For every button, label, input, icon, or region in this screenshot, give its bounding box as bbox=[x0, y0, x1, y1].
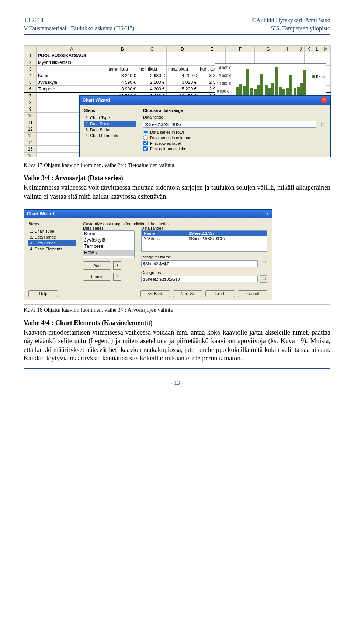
radio-label: Data series in columns bbox=[150, 136, 191, 140]
row-7[interactable]: 7 bbox=[24, 92, 37, 99]
row-1[interactable]: 1 bbox=[24, 52, 37, 59]
col-D[interactable]: D bbox=[166, 46, 198, 52]
col-E[interactable]: E bbox=[198, 46, 226, 52]
remove-button[interactable]: Remove bbox=[83, 273, 111, 281]
range-picker-icon[interactable]: ⬚ bbox=[319, 121, 326, 128]
cell[interactable]: 3 900 € bbox=[107, 86, 138, 93]
cell[interactable]: Tampere bbox=[37, 86, 107, 93]
cell[interactable]: 4 300 € bbox=[138, 86, 166, 93]
categories-label: Categories bbox=[141, 270, 178, 275]
data-range-input[interactable] bbox=[143, 121, 316, 128]
row-3[interactable]: 3 bbox=[24, 66, 37, 72]
cell[interactable]: 4 200 € bbox=[166, 72, 198, 79]
back-button[interactable]: << Back bbox=[140, 290, 170, 297]
range-key: Y-Values bbox=[142, 236, 187, 241]
step-data-series[interactable]: 3. Data Series bbox=[84, 127, 136, 133]
row-6[interactable]: 6 bbox=[24, 86, 37, 93]
cell[interactable]: tammikuu bbox=[107, 66, 138, 72]
next-button[interactable]: Next >> bbox=[173, 290, 202, 297]
col-K[interactable]: K bbox=[305, 46, 313, 52]
cell-title[interactable]: PUOLIVUOSIKATSAUS bbox=[37, 52, 107, 59]
row-8[interactable]: 8 bbox=[24, 99, 37, 106]
data-series-list[interactable]: Kemi Jyväskylä Tampere Row 7 bbox=[83, 230, 135, 258]
hdr-left-1: T3 2014 bbox=[24, 16, 134, 24]
step-data-range[interactable]: 2. Data Range bbox=[28, 234, 76, 240]
categories-input[interactable] bbox=[141, 276, 258, 282]
step-data-series[interactable]: 3. Data Series bbox=[28, 240, 76, 246]
help-button[interactable]: Help bbox=[28, 290, 58, 297]
move-down-icon[interactable]: ▼ bbox=[113, 273, 121, 281]
close-icon[interactable]: × bbox=[321, 97, 327, 103]
step-data-range[interactable]: 2. Data Range bbox=[84, 121, 136, 127]
col-A[interactable]: A bbox=[37, 46, 107, 52]
step-chart-elements[interactable]: 4. Chart Elements bbox=[84, 133, 136, 138]
col-J[interactable]: J bbox=[297, 46, 305, 52]
range-picker-icon[interactable]: ⬚ bbox=[260, 260, 267, 267]
finish-button[interactable]: Finish bbox=[205, 290, 235, 297]
row-16[interactable]: 16 bbox=[24, 153, 37, 158]
form-heading: Choose a data range bbox=[143, 108, 326, 113]
col-I[interactable]: I bbox=[291, 46, 297, 52]
row-5[interactable]: 5 bbox=[24, 79, 37, 86]
col-L[interactable]: L bbox=[313, 46, 321, 52]
legend-swatch-icon bbox=[312, 75, 315, 78]
check-first-row-label[interactable] bbox=[143, 141, 148, 145]
row-9[interactable]: 9 bbox=[24, 106, 37, 113]
cell-subtitle[interactable]: Myynti liikkeittäin bbox=[37, 59, 107, 66]
col-C[interactable]: C bbox=[138, 46, 166, 52]
cell[interactable]: Jyväskylä bbox=[37, 79, 107, 86]
paragraph-step4: Kaavion muodostamisen viimeisessä vaihee… bbox=[24, 328, 330, 363]
radio-series-cols[interactable] bbox=[143, 135, 148, 140]
step-chart-type[interactable]: 1. Chart Type bbox=[84, 115, 136, 121]
row-12[interactable]: 12 bbox=[24, 126, 37, 133]
move-up-icon[interactable]: ▲ bbox=[113, 261, 121, 270]
cell[interactable]: 3 240 € bbox=[107, 72, 138, 79]
data-ranges-list[interactable]: Name$Sheet2.$A$7 Y-Values$Sheet2.$B$7:$G… bbox=[141, 230, 267, 252]
dialog-titlebar[interactable]: Chart Wizard × bbox=[24, 210, 272, 218]
dialog-titlebar[interactable]: Chart Wizard × bbox=[80, 96, 330, 105]
step-chart-elements[interactable]: 4. Chart Elements bbox=[28, 246, 76, 252]
figure-18-caption: Kuva 18 Ohjattu kaavion luominen, vaihe … bbox=[24, 307, 330, 313]
col-M[interactable]: M bbox=[321, 46, 330, 52]
hdr-right-2: SIS, Tampereen yliopisto bbox=[271, 24, 330, 32]
row-15[interactable]: 15 bbox=[24, 146, 37, 153]
row-2[interactable]: 2 bbox=[24, 59, 37, 66]
corner-cell[interactable] bbox=[24, 46, 37, 52]
check-label: First column as label bbox=[150, 147, 187, 151]
hdr-right-1: ©Aulikki Hyrskykari, Antti Sand bbox=[252, 16, 330, 24]
cell[interactable]: helmikuu bbox=[138, 66, 166, 72]
col-G[interactable]: G bbox=[255, 46, 282, 52]
row-10[interactable]: 10 bbox=[24, 113, 37, 119]
col-F[interactable]: F bbox=[226, 46, 255, 52]
range-picker-icon[interactable]: ⬚ bbox=[260, 275, 267, 283]
cell[interactable]: 4 590 € bbox=[107, 79, 138, 86]
range-for-name-input[interactable] bbox=[141, 260, 258, 267]
cell[interactable]: 2 200 € bbox=[138, 79, 166, 86]
cell[interactable]: 3 020 € bbox=[166, 79, 198, 86]
step-chart-type[interactable]: 1. Chart Type bbox=[28, 228, 76, 234]
embedded-chart[interactable]: 14 000 € 12 000 € 10 000 € 8 000 € Kemi bbox=[215, 63, 326, 97]
spreadsheet: A B C D E F G H I J K L M 1PUOLIVUOSIKAT… bbox=[24, 45, 331, 157]
y-tick: 12 000 € bbox=[217, 72, 231, 80]
row-11[interactable]: 11 bbox=[24, 119, 37, 126]
dialog-title: Chart Wizard bbox=[27, 211, 54, 216]
col-B[interactable]: B bbox=[107, 46, 138, 52]
close-icon[interactable]: × bbox=[266, 211, 269, 216]
cell[interactable]: maaliskuu bbox=[166, 66, 198, 72]
radio-series-rows[interactable] bbox=[143, 130, 148, 134]
cell[interactable]: 5 230 € bbox=[166, 86, 198, 93]
dialog-title: Chart Wizard bbox=[83, 97, 110, 103]
row-13[interactable]: 13 bbox=[24, 133, 37, 139]
heading-step3: Vaihe 3/4 : Arvosarjat (Data series) bbox=[24, 174, 330, 182]
series-option: Jyväskylä bbox=[83, 237, 134, 243]
check-first-col-label[interactable] bbox=[143, 146, 148, 151]
cell[interactable]: 2 980 € bbox=[138, 72, 166, 79]
row-4[interactable]: 4 bbox=[24, 72, 37, 79]
cell[interactable]: Kemi bbox=[37, 72, 107, 79]
col-H[interactable]: H bbox=[282, 46, 291, 52]
range-val: $Sheet2.$B$7:$G$7 bbox=[187, 236, 267, 241]
steps-heading: Steps bbox=[84, 108, 136, 113]
cancel-button[interactable]: Cancel bbox=[238, 290, 267, 297]
row-14[interactable]: 14 bbox=[24, 139, 37, 146]
add-button[interactable]: Add bbox=[83, 261, 111, 270]
